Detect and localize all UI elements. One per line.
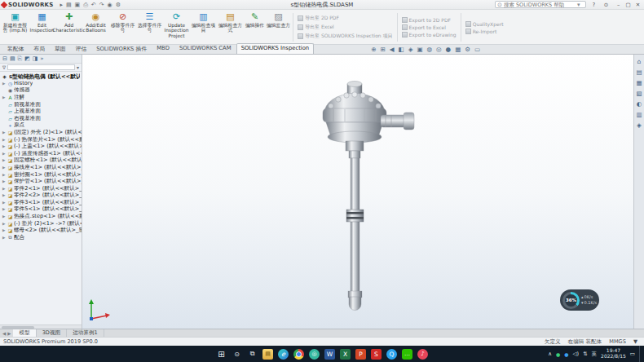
expand-arrow-icon[interactable]: ▶ bbox=[2, 214, 7, 219]
view-toolbar-icon[interactable]: ◎ bbox=[436, 46, 442, 53]
quick-access-icon[interactable]: ▣ bbox=[75, 2, 81, 8]
taskbar-app-icon[interactable]: S bbox=[371, 349, 382, 360]
command-tab[interactable]: 评估 bbox=[71, 43, 92, 54]
tray-icon[interactable]: ● bbox=[564, 351, 568, 357]
taskbar-app-icon[interactable] bbox=[293, 349, 304, 360]
tree-item[interactable]: ▶ ◪ 零件2<1> (默认<<默认>_显示状态 bbox=[0, 185, 82, 192]
ribbon-button[interactable]: ⟳ Update Inspection Project bbox=[163, 11, 190, 44]
quick-access-icon[interactable]: ▸ bbox=[60, 2, 63, 8]
ribbon-button[interactable]: ▦ Edit Inspection bbox=[29, 11, 55, 44]
thermocouple-3d-model[interactable] bbox=[82, 55, 630, 329]
quick-access-icon[interactable]: ↶ bbox=[91, 2, 96, 8]
command-tab[interactable]: 装配体 bbox=[2, 43, 29, 54]
ribbon-export-item[interactable]: 导出至 SOLIDWORKS Inspection 项目 bbox=[298, 33, 393, 40]
panel-tab-icon[interactable]: » bbox=[40, 55, 43, 62]
ribbon-button[interactable]: ⊘ 移除零件序号 bbox=[109, 11, 136, 44]
taskbar-clock[interactable]: 19:47 2022/8/15 bbox=[601, 348, 626, 360]
panel-tab-icon[interactable]: ◩ bbox=[24, 55, 30, 62]
view-toolbar-icon[interactable]: ▦ bbox=[455, 46, 461, 53]
command-tab[interactable]: SOLIDWORKS Inspection bbox=[236, 43, 315, 54]
view-toolbar-icon[interactable]: ⊞ bbox=[380, 46, 385, 53]
ribbon-button[interactable]: ☰ 选择零件序号 bbox=[136, 11, 163, 44]
task-pane-icon[interactable]: ⌂ bbox=[637, 58, 642, 65]
expand-arrow-icon[interactable]: ▶ bbox=[2, 130, 7, 135]
help-search-box[interactable]: ⊙ ▾ bbox=[495, 1, 586, 8]
tray-icon[interactable]: ⇅ bbox=[583, 351, 587, 357]
command-tab[interactable]: 草图 bbox=[50, 43, 71, 54]
ribbon-extra-item[interactable]: QualityXpert bbox=[465, 21, 504, 27]
tree-item[interactable]: ▶ ◪ 螺母<2> (默认<<默认>_显示状态 bbox=[0, 227, 82, 234]
taskbar-app-icon[interactable]: X bbox=[340, 349, 351, 360]
taskbar-app-icon[interactable]: ⊙ bbox=[232, 349, 242, 360]
taskbar-app-icon[interactable]: ♪ bbox=[417, 349, 428, 360]
net-speed-gauge-widget[interactable]: 36% ▴ 0K/s ▾ 0.1K/s bbox=[560, 289, 599, 311]
view-toolbar-icon[interactable]: ● bbox=[446, 46, 452, 53]
tree-item[interactable]: ▶ ◪ 保护管<1> (默认<<默认>_显示状态 bbox=[0, 178, 82, 185]
ribbon-export-item[interactable]: Export to eDrawing bbox=[402, 32, 457, 38]
ribbon-button[interactable]: ▥ 编辑检查项目 bbox=[190, 11, 217, 44]
ribbon-export-item[interactable]: 导出至 Excel bbox=[298, 24, 393, 31]
tree-item[interactable]: ▱ 右视基准面 bbox=[0, 115, 82, 122]
quick-access-icon[interactable]: ⎙ bbox=[83, 2, 88, 8]
task-pane-icon[interactable]: ▤ bbox=[636, 68, 642, 76]
taskbar-app-icon[interactable]: ▤ bbox=[262, 349, 273, 360]
expand-arrow-icon[interactable]: ▶ bbox=[2, 144, 7, 148]
taskbar-app-icon[interactable]: ⧉ bbox=[247, 349, 258, 360]
window-control-button[interactable]: ✕ bbox=[633, 1, 642, 9]
search-caret-icon[interactable]: ▾ bbox=[577, 2, 580, 8]
tray-icon[interactable]: ● bbox=[556, 351, 560, 357]
view-toolbar-icon[interactable]: ◧ bbox=[399, 46, 404, 53]
filter-caret-icon[interactable]: ▾ bbox=[77, 64, 79, 70]
tree-item[interactable]: ▶ ◪ 接线座<1> (默认<<默认>_显示状.. bbox=[0, 164, 82, 171]
task-pane-icon[interactable]: ◈ bbox=[637, 121, 642, 129]
taskbar-app-icon[interactable]: ⊞ bbox=[216, 349, 227, 360]
ribbon-button[interactable]: ◉ Add/Edit Balloons bbox=[82, 11, 109, 44]
tree-item[interactable]: ▶ ◪ (-) 上盖<1> (默认<<默认>_显示状态-1 bbox=[0, 143, 82, 150]
ribbon-button[interactable]: ✚ Add Characteristic bbox=[55, 11, 82, 44]
view-tab[interactable]: 模型 bbox=[13, 329, 36, 337]
expand-arrow-icon[interactable]: ▶ bbox=[2, 236, 7, 240]
panel-tab-icon[interactable]: ⎘ bbox=[18, 55, 23, 62]
expand-arrow-icon[interactable]: ▶ bbox=[2, 166, 7, 170]
tab-scroll-icon[interactable]: ◀ bbox=[2, 331, 6, 336]
tray-icon[interactable]: 英 bbox=[592, 351, 598, 358]
panel-tab-icon[interactable]: ▤ bbox=[10, 55, 15, 62]
taskbar-app-icon[interactable]: … bbox=[402, 349, 412, 360]
panel-tab-icon[interactable]: ⊟ bbox=[2, 55, 7, 62]
view-toolbar-icon[interactable]: ▭ bbox=[474, 46, 480, 53]
expand-arrow-icon[interactable]: ▶ bbox=[2, 95, 7, 99]
quick-access-icon[interactable]: ◉ bbox=[108, 2, 112, 8]
tray-icon[interactable]: ◁) bbox=[573, 351, 580, 357]
quick-access-icon[interactable]: ↷ bbox=[99, 2, 104, 8]
ribbon-export-item[interactable]: Export to 2D PDF bbox=[402, 17, 457, 23]
command-tab[interactable]: SOLIDWORKS 插件 bbox=[91, 43, 152, 54]
ribbon-button[interactable]: ▣ 新建检查报告 (imp.N) bbox=[2, 11, 29, 44]
tree-item[interactable]: ◉ 传感器 bbox=[0, 87, 82, 95]
graphics-viewport[interactable]: 36% ▴ 0K/s ▾ 0.1K/s bbox=[82, 55, 633, 329]
ribbon-button[interactable]: ▤ 编辑检查方式 bbox=[217, 11, 244, 44]
task-pane-icon[interactable]: ▦ bbox=[636, 79, 642, 86]
view-tab[interactable]: 3D视图 bbox=[37, 329, 67, 337]
expand-arrow-icon[interactable]: ▶ bbox=[2, 228, 7, 232]
tab-scroll-icon[interactable]: ▶ bbox=[7, 331, 11, 336]
view-toolbar-icon[interactable]: ◈ bbox=[408, 46, 413, 53]
user-account-icon[interactable]: ⊙ bbox=[602, 1, 611, 9]
quick-access-icon[interactable]: ▤ bbox=[66, 2, 72, 8]
tree-item[interactable]: ▶ ◪ 热接点.step<1> (默认<<默认>.. bbox=[0, 213, 82, 220]
tree-item[interactable]: ▶ ⧉ 配合 bbox=[0, 234, 82, 241]
expand-arrow-icon[interactable]: ▶ bbox=[2, 158, 7, 162]
ribbon-extra-item[interactable]: Re-Import bbox=[465, 29, 504, 34]
tree-root-item[interactable]: ◈ s型铂铑热电偶 (默认<<默认>_显示状态-1 bbox=[0, 73, 82, 80]
command-tab[interactable]: 布局 bbox=[29, 43, 50, 54]
taskbar-app-icon[interactable]: Q bbox=[386, 349, 397, 360]
ribbon-export-item[interactable]: 导出至 2D PDF bbox=[298, 15, 393, 22]
taskbar-app-icon[interactable]: P bbox=[355, 349, 366, 360]
tree-item[interactable]: ▶ A 注解 bbox=[0, 94, 82, 101]
tray-icon[interactable]: ∧ bbox=[548, 351, 552, 357]
expand-arrow-icon[interactable]: ▶ bbox=[2, 201, 7, 205]
tree-item[interactable]: ▶ ◪ (固定) 外壳 (2)<1> (默认<<默认>_显示状态 bbox=[0, 129, 82, 136]
show-desktop-button[interactable] bbox=[639, 346, 642, 362]
tree-item[interactable]: ▶ ◪ 零件2<2> (默认<<默认>_显示状态 bbox=[0, 192, 82, 200]
tree-item[interactable]: ▶ ◪ 密封圈<1> (默认<<默认>_显示状.. bbox=[0, 171, 82, 179]
expand-arrow-icon[interactable]: ▶ bbox=[2, 207, 7, 211]
